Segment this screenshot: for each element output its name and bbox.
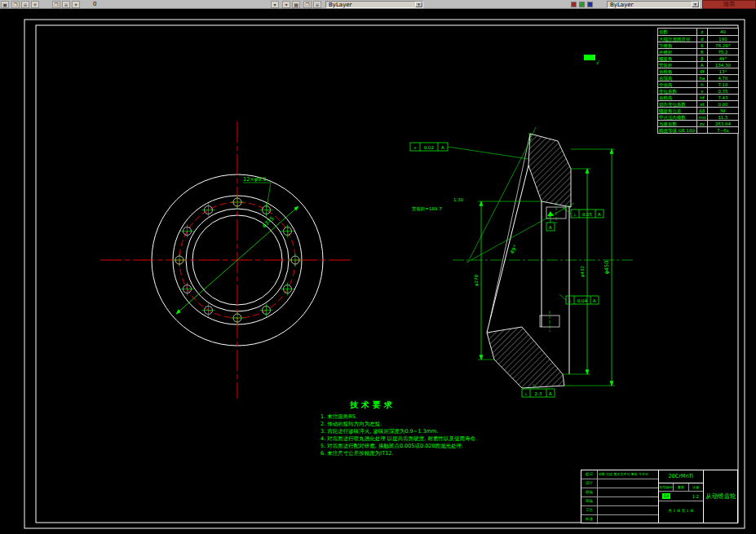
param-row: 齿根角 θf 13°: [658, 68, 738, 74]
revision-row-cells: [598, 497, 658, 505]
linetype-control-combo[interactable]: ByLayer ▾: [607, 1, 700, 8]
plot-style-button[interactable]: 随层: [702, 0, 756, 9]
param-label: 变位系数: [658, 88, 697, 94]
revision-row-cells: 处数 分区 更改文件号 签名 年月日: [598, 470, 658, 479]
param-row: 螺旋角公差 Δβ 30′: [658, 107, 738, 113]
param-symbol: R: [697, 49, 708, 55]
revision-row: 批准: [581, 515, 658, 524]
prev-layer-icon[interactable]: ❐: [303, 1, 312, 8]
linetype-combo-value: ByLayer: [610, 2, 633, 8]
param-row: 当量齿数 zv 263.84: [658, 120, 738, 126]
param-value: 76.28°: [708, 42, 738, 48]
param-label: 大端分度圆直径: [658, 36, 697, 42]
color-blue-swatch[interactable]: [587, 2, 593, 7]
title-block: 标记 处数 分区 更改文件号 签名 年月日 设计 校核 审核 工艺 批准 20C…: [581, 470, 738, 523]
color-control-combo[interactable]: ByLayer ▾: [325, 1, 423, 8]
gear-parameter-table: 齿数 z 40 大端分度圆直径 d 180 节锥角 δ 76.28° 外锥距 R…: [657, 28, 739, 134]
pitch-angle-label: 49°: [509, 244, 519, 255]
sheet-count: 共 1 张 第 1 张: [659, 501, 703, 521]
param-value: 7.18: [708, 82, 738, 87]
param-symbol: x: [697, 88, 708, 94]
chevron-down-icon[interactable]: ▾: [415, 2, 422, 7]
face-tolerance-frame: ⌖ 0.02 A: [410, 143, 528, 159]
param-row: 安装距 A 134.30: [658, 61, 738, 68]
part-name-cell: 从动锥齿轮: [704, 470, 738, 523]
title-block-info-grid: 阶段标记 重量 比例 1d 1:2 共 1 张 第 1 张: [659, 483, 704, 523]
tolerance-value: 0.02: [424, 145, 434, 150]
match-props-icon[interactable]: ▦: [292, 1, 300, 8]
param-label: 齿根角: [658, 68, 697, 74]
param-row: 齿根高 hf 7.43: [658, 94, 738, 100]
layer-freeze-icon[interactable]: ≡: [62, 1, 70, 8]
tolerance-symbol: ⊥: [568, 298, 573, 303]
param-symbol: A: [697, 62, 708, 68]
param-symbol: hf: [697, 95, 708, 100]
color-red-swatch[interactable]: [571, 2, 577, 7]
revision-row: 标记 处数 分区 更改文件号 签名 年月日: [581, 470, 658, 479]
tolerance-frame-2: ⊥ 0.04 A: [559, 294, 599, 304]
param-label: 节锥角: [658, 42, 697, 48]
tech-requirement-line: 6. 未注尺寸公差按精度为IT12.: [321, 450, 516, 457]
tolerance-symbol: ⊥: [573, 212, 577, 217]
param-row: 精度等级 GB 180-90 7~6s: [658, 126, 738, 133]
tolerance-value: 0.05: [582, 212, 593, 217]
layers-icon[interactable]: ≡: [21, 1, 29, 8]
lower-section-cut: [487, 327, 564, 388]
holes-count-label: 12×φ9.9: [243, 176, 266, 183]
revision-row: 设计: [581, 479, 658, 488]
surface-finish-note: √: [584, 55, 600, 66]
make-current-icon[interactable]: ✦: [282, 1, 290, 8]
param-value: 49°: [708, 55, 738, 61]
param-symbol: δ: [697, 42, 708, 48]
param-label: 当量齿数: [658, 121, 697, 126]
sun-icon[interactable]: ✳: [31, 1, 39, 8]
revision-row-cells: [598, 515, 658, 524]
tech-requirement-line: 1. 未注圆角R5.: [321, 413, 516, 421]
param-label: 齿根高: [658, 95, 697, 100]
cone-face-edge: [487, 165, 528, 333]
chevron-down-icon[interactable]: ▾: [692, 2, 699, 7]
revision-row-cells: [598, 488, 658, 496]
param-value: 40: [708, 29, 738, 35]
chevron-down-icon[interactable]: ▾: [271, 1, 279, 8]
param-symbol: θf: [697, 68, 708, 74]
tolerance-value: 0.04: [577, 298, 588, 303]
param-row: 外锥距 R 75.2: [658, 48, 738, 55]
datum-a-flag: A: [546, 211, 555, 231]
param-value: 7~6s: [708, 127, 738, 133]
scale-label: 比例: [689, 483, 703, 491]
view-cube-icon[interactable]: ▣: [1, 1, 9, 8]
front-view: φ375 12×φ9.9: [100, 121, 353, 399]
revision-row-label: 批准: [581, 515, 598, 524]
tolerance-datum: A: [441, 145, 444, 150]
revision-row-cells: [598, 506, 658, 514]
title-block-revision-area: 标记 处数 分区 更改文件号 签名 年月日 设计 校核 审核 工艺 批准: [581, 470, 659, 523]
tolerance-symbol: ⌖: [413, 145, 416, 150]
drawing-canvas[interactable]: √ φ375 12×φ9.9: [0, 9, 756, 534]
tolerance-datum: A: [598, 212, 601, 217]
datum-letter: A: [549, 225, 552, 230]
param-value: 180: [708, 36, 738, 42]
layer-lock-icon[interactable]: ✦: [72, 1, 80, 8]
param-label: 精度等级 GB 180-90: [658, 127, 697, 133]
tolerance-datum: A: [549, 391, 552, 396]
color-green-swatch[interactable]: [579, 2, 585, 7]
revision-row: 工艺: [581, 506, 658, 515]
tech-requirements-title: 技术要求: [321, 399, 516, 411]
taper-note: 1:30: [453, 197, 464, 202]
tech-requirement-line: 5. 对齿面进行配对研磨, 接触斑点0.005或0.020面抛光处理.: [321, 443, 516, 450]
bore-diameter-dimension: φ270: [474, 274, 480, 286]
param-row: 螺旋角 β 49°: [658, 55, 738, 61]
coordinate-readout: 0: [93, 1, 96, 8]
revision-row-label: 校核: [581, 488, 598, 496]
layer-state-icon[interactable]: ❐: [52, 1, 60, 8]
finish-mark: √: [596, 60, 600, 66]
technical-requirements: 技术要求 1. 未注圆角R5.2. 传动的旋转方向为左旋.3. 齿轮进行渗碳淬火…: [321, 399, 516, 457]
param-label: 外锥距: [658, 49, 697, 55]
color-combo-value: ByLayer: [329, 2, 351, 8]
layer-manager-icon[interactable]: ≡: [313, 1, 321, 8]
new-sheet-icon[interactable]: ❐: [11, 1, 20, 8]
param-value: 75.2: [708, 49, 738, 55]
tolerance-datum: A: [593, 298, 596, 303]
param-symbol: z: [697, 29, 708, 35]
